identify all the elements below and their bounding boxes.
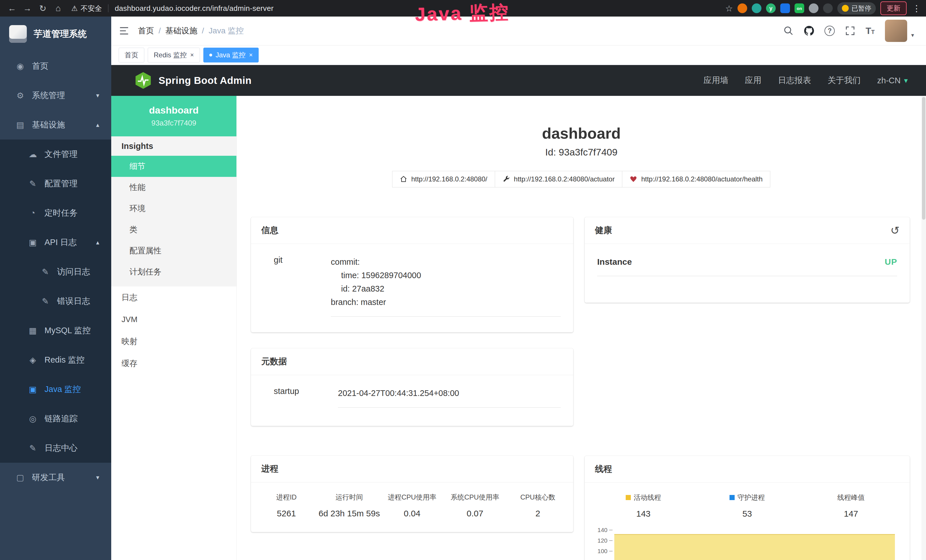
annotation-java-monitor: Java 监控 — [415, 0, 510, 27]
link-root-url[interactable]: http://192.168.0.2:48080/ — [392, 171, 495, 188]
process-col-value: 5261 — [255, 509, 318, 518]
sba-nav-applications[interactable]: 应用 — [745, 75, 761, 86]
extension-icon-green[interactable]: y — [766, 3, 776, 13]
bookmark-star-icon[interactable]: ☆ — [725, 3, 733, 14]
extension-icon-puzzle[interactable] — [823, 3, 833, 13]
sidebar-item-label: 配置管理 — [44, 178, 77, 189]
extension-icon-teal[interactable] — [752, 3, 761, 13]
app-brand[interactable]: 芋道管理系统 — [0, 17, 111, 51]
search-icon[interactable] — [784, 26, 794, 36]
sidebar-item-config-management[interactable]: ✎ 配置管理 — [0, 169, 111, 198]
sba-brand-name: Spring Boot Admin — [159, 75, 251, 86]
sidebar-item-mysql-monitor[interactable]: ▦ MySQL 监控 — [0, 316, 111, 345]
menu-item-mappings[interactable]: 映射 — [111, 330, 236, 352]
sba-nav-journal[interactable]: 日志报表 — [778, 75, 811, 86]
sba-nav: 应用墙 应用 日志报表 关于我们 zh-CN ▾ — [704, 75, 908, 86]
sidebar-item-redis-monitor[interactable]: ◈ Redis 监控 — [0, 345, 111, 375]
sidebar-item-error-logs[interactable]: ✎ 错误日志 — [0, 286, 111, 316]
git-commit-time: time: 1596289704000 — [331, 269, 561, 282]
sidebar-item-link-tracing[interactable]: ◎ 链路追踪 — [0, 404, 111, 433]
menu-item-performance[interactable]: 性能 — [111, 177, 236, 198]
link-actuator-url[interactable]: http://192.168.0.2:48080/actuator — [495, 171, 623, 188]
breadcrumb-infrastructure[interactable]: 基础设施 — [165, 26, 197, 36]
sba-brand[interactable]: Spring Boot Admin — [134, 71, 251, 89]
menu-item-jvm[interactable]: JVM — [111, 309, 236, 330]
process-col-system-cpu: 系统CPU使用率 0.07 — [443, 493, 506, 518]
fullscreen-icon[interactable] — [845, 26, 855, 36]
sidebar-item-log-center[interactable]: ✎ 日志中心 — [0, 433, 111, 463]
menu-item-environment[interactable]: 环境 — [111, 198, 236, 219]
sba-nav-about[interactable]: 关于我们 — [828, 75, 861, 86]
sidebar-item-label: 链路追踪 — [44, 413, 77, 424]
sidebar-item-label: API 日志 — [44, 237, 77, 248]
menu-item-caches[interactable]: 缓存 — [111, 352, 236, 374]
sidebar-item-access-logs[interactable]: ✎ 访问日志 — [0, 257, 111, 286]
extension-icon-grid[interactable] — [780, 3, 790, 13]
menu-item-config-properties[interactable]: 配置属性 — [111, 240, 236, 261]
sidebar-item-scheduled-tasks[interactable]: ◔ 定时任务 — [0, 198, 111, 228]
menu-item-logs[interactable]: 日志 — [111, 286, 236, 309]
font-size-icon[interactable]: TT — [865, 26, 875, 36]
sidebar-item-system-management[interactable]: ⚙ 系统管理 ▾ — [0, 81, 111, 110]
chevron-up-icon: ▴ — [96, 239, 99, 246]
hamburger-icon[interactable] — [119, 26, 130, 36]
sidebar-item-java-monitor[interactable]: ▣ Java 监控 — [0, 375, 111, 404]
breadcrumb-current: Java 监控 — [209, 26, 244, 36]
browser-reload-button[interactable]: ↻ — [36, 3, 50, 14]
tab-home[interactable]: 首页 — [119, 48, 144, 62]
breadcrumb-separator: / — [159, 26, 161, 35]
cards-column-left: 信息 git commit: time: 1596289704000 id: 2… — [251, 217, 573, 532]
git-commit-label: commit: — [331, 255, 561, 269]
status-badge: UP — [885, 257, 897, 267]
browser-home-button[interactable]: ⌂ — [51, 3, 65, 13]
screen: ← → ↻ ⌂ ⚠ 不安全 dashboard.yudao.iocoder.cn… — [0, 0, 926, 560]
tab-redis-monitor[interactable]: Redis 监控 × — [148, 48, 200, 62]
menu-item-classes[interactable]: 类 — [111, 219, 236, 240]
topbar: 首页 / 基础设施 / Java 监控 ? TT — [111, 17, 926, 45]
legend-label: 活动线程 — [634, 493, 661, 502]
browser-back-button[interactable]: ← — [5, 3, 19, 13]
metadata-card: 元数据 startup 2021-04-27T00:44:31.254+08:0… — [251, 348, 573, 426]
menu-item-scheduled-tasks[interactable]: 计划任务 — [111, 261, 236, 282]
sidebar-item-home[interactable]: ◉ 首页 — [0, 51, 111, 81]
browser-forward-button[interactable]: → — [21, 3, 34, 13]
language-selector[interactable]: zh-CN ▾ — [877, 76, 908, 85]
instance-header[interactable]: dashboard 93a3fc7f7409 — [111, 96, 236, 136]
tab-label: Redis 监控 — [154, 50, 187, 60]
instance-name: dashboard — [149, 105, 199, 116]
security-warning[interactable]: ⚠ 不安全 — [71, 4, 102, 13]
sba-nav-wallboard[interactable]: 应用墙 — [704, 75, 728, 86]
user-avatar[interactable] — [885, 20, 907, 42]
close-icon[interactable]: × — [249, 51, 253, 59]
sba-content: dashboard Id: 93a3fc7f7409 http://192.16… — [237, 96, 926, 560]
link-health-url[interactable]: http://192.168.0.2:48080/actuator/health — [622, 171, 770, 188]
sidebar-item-file-management[interactable]: ☁ 文件管理 — [0, 139, 111, 169]
process-col-header: 进程CPU使用率 — [381, 493, 443, 502]
spring-boot-admin-logo-icon — [134, 71, 152, 89]
github-icon[interactable] — [804, 26, 814, 36]
sidebar-item-api-logs[interactable]: ▣ API 日志 ▴ — [0, 228, 111, 257]
sidebar-item-infrastructure[interactable]: ▤ 基础设施 ▴ — [0, 110, 111, 139]
scrollbar-thumb[interactable] — [922, 97, 925, 219]
breadcrumb-home[interactable]: 首页 — [138, 26, 154, 36]
menu-item-details[interactable]: 细节 — [111, 156, 236, 177]
address-bar[interactable]: dashboard.yudao.iocoder.cn/infra/admin-s… — [115, 4, 274, 13]
legend-value: 147 — [799, 509, 903, 519]
legend-square-active — [626, 495, 631, 500]
help-icon[interactable]: ? — [825, 26, 835, 36]
legend-daemon-threads: 守护进程 53 — [695, 493, 799, 519]
extension-icon-gray[interactable] — [809, 3, 819, 13]
avatar-caret-icon[interactable]: ▾ — [911, 32, 914, 42]
sidebar-item-dev-tools[interactable]: ▢ 研发工具 ▾ — [0, 463, 111, 492]
extension-icon-orange[interactable] — [737, 3, 747, 13]
extension-icon-on[interactable]: on — [794, 3, 804, 13]
paused-badge[interactable]: 已暂停 — [837, 2, 876, 15]
browser-menu-icon[interactable]: ⋮ — [912, 3, 921, 14]
close-icon[interactable]: × — [190, 51, 194, 59]
sidebar-item-label: Java 监控 — [44, 384, 81, 395]
threads-body: 活动线程 143 守护进程 — [585, 483, 910, 560]
process-col-header: 系统CPU使用率 — [443, 493, 506, 502]
tab-java-monitor[interactable]: Java 监控 × — [203, 48, 259, 62]
history-icon[interactable]: ↺ — [890, 225, 899, 236]
browser-update-button[interactable]: 更新 — [881, 2, 906, 15]
